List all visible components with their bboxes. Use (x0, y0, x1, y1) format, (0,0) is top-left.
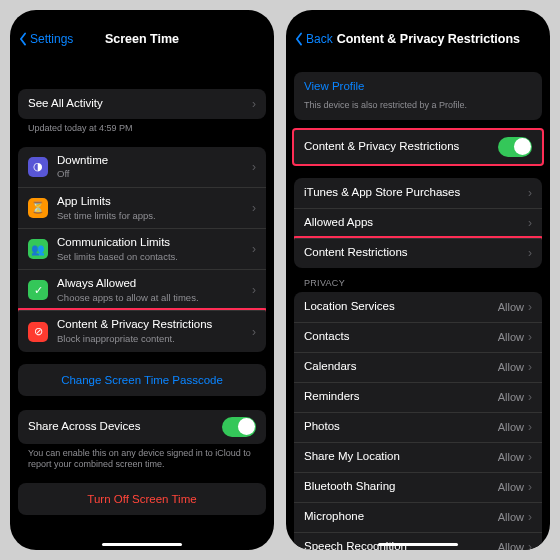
privacy-label: Bluetooth Sharing (304, 480, 498, 494)
always-label: Always Allowed (57, 277, 252, 291)
chevron-right-icon: › (252, 201, 256, 215)
privacy-label: Reminders (304, 390, 498, 404)
privacy-value: Allow (498, 421, 524, 433)
chevron-right-icon: › (528, 540, 532, 550)
privacy-row[interactable]: Share My LocationAllow› (294, 442, 542, 472)
back-button[interactable]: Settings (18, 32, 73, 46)
privacy-value: Allow (498, 451, 524, 463)
communication-limits-row[interactable]: 👥 Communication Limits Set limits based … (18, 228, 266, 269)
share-label: Share Across Devices (28, 420, 222, 434)
app-limits-sub: Set time limits for apps. (57, 210, 252, 221)
chevron-right-icon: › (528, 450, 532, 464)
comm-label: Communication Limits (57, 236, 252, 250)
see-all-activity-row[interactable]: See All Activity › (18, 89, 266, 119)
share-toggle[interactable] (222, 417, 256, 437)
privacy-row[interactable]: PhotosAllow› (294, 412, 542, 442)
content-area: View Profile This device is also restric… (286, 54, 550, 550)
view-profile-row[interactable]: View Profile (294, 72, 542, 100)
share-group: Share Across Devices (18, 410, 266, 444)
nav-bar: Settings Screen Time (10, 24, 274, 54)
privacy-label: Share My Location (304, 450, 498, 464)
privacy-row[interactable]: Location ServicesAllow› (294, 292, 542, 322)
privacy-label: Location Services (304, 300, 498, 314)
content-area: See All Activity › Updated today at 4:59… (10, 54, 274, 550)
always-sub: Choose apps to allow at all times. (57, 292, 252, 303)
app-limits-label: App Limits (57, 195, 252, 209)
chevron-right-icon: › (252, 283, 256, 297)
see-all-label: See All Activity (28, 97, 252, 111)
itunes-row[interactable]: iTunes & App Store Purchases › (294, 178, 542, 208)
privacy-label: Contacts (304, 330, 498, 344)
hourglass-icon: ⏳ (28, 198, 48, 218)
chevron-right-icon: › (528, 360, 532, 374)
privacy-label: Calendars (304, 360, 498, 374)
profile-group: View Profile This device is also restric… (294, 72, 542, 120)
downtime-icon: ◑ (28, 157, 48, 177)
privacy-row[interactable]: CalendarsAllow› (294, 352, 542, 382)
content-restrictions-row[interactable]: Content Restrictions › (294, 238, 542, 268)
itunes-label: iTunes & App Store Purchases (304, 186, 528, 200)
activity-group: See All Activity › (18, 89, 266, 119)
share-across-devices-row[interactable]: Share Across Devices (18, 410, 266, 444)
home-indicator[interactable] (102, 543, 182, 547)
content-restrictions-label: Content Restrictions (304, 246, 528, 260)
privacy-row[interactable]: Speech RecognitionAllow› (294, 532, 542, 550)
nav-bar: Back Content & Privacy Restrictions (286, 24, 550, 54)
chevron-right-icon: › (528, 480, 532, 494)
chevron-right-icon: › (252, 97, 256, 111)
downtime-row[interactable]: ◑ Downtime Off › (18, 147, 266, 187)
privacy-value: Allow (498, 331, 524, 343)
chevron-right-icon: › (528, 390, 532, 404)
no-entry-icon: ⊘ (28, 322, 48, 342)
back-button[interactable]: Back (294, 32, 333, 46)
privacy-row[interactable]: Bluetooth SharingAllow› (294, 472, 542, 502)
chevron-right-icon: › (252, 242, 256, 256)
downtime-sub: Off (57, 168, 252, 179)
home-indicator[interactable] (378, 543, 458, 547)
content-privacy-row[interactable]: ⊘ Content & Privacy Restrictions Block i… (18, 310, 266, 351)
restrictions-group: iTunes & App Store Purchases › Allowed A… (294, 178, 542, 268)
privacy-value: Allow (498, 361, 524, 373)
turn-off-button[interactable]: Turn Off Screen Time (18, 483, 266, 515)
toggle-group: Content & Privacy Restrictions (294, 130, 542, 164)
privacy-header: PRIVACY (294, 268, 542, 292)
privacy-row[interactable]: ContactsAllow› (294, 322, 542, 352)
content-privacy-screen: Back Content & Privacy Restrictions View… (286, 10, 550, 550)
screen-time-screen: Settings Screen Time See All Activity › … (10, 10, 274, 550)
content-privacy-toggle[interactable] (498, 137, 532, 157)
content-privacy-toggle-row[interactable]: Content & Privacy Restrictions (294, 130, 542, 164)
app-limits-row[interactable]: ⏳ App Limits Set time limits for apps. › (18, 187, 266, 228)
chevron-right-icon: › (528, 510, 532, 524)
chevron-right-icon: › (252, 325, 256, 339)
chevron-right-icon: › (528, 330, 532, 344)
content-sub: Block inappropriate content. (57, 333, 252, 344)
privacy-row[interactable]: RemindersAllow› (294, 382, 542, 412)
profile-note: This device is also restricted by a Prof… (294, 100, 542, 120)
privacy-value: Allow (498, 391, 524, 403)
page-title: Content & Privacy Restrictions (337, 32, 520, 46)
content-label: Content & Privacy Restrictions (57, 318, 252, 332)
privacy-value: Allow (498, 541, 524, 550)
always-allowed-row[interactable]: ✓ Always Allowed Choose apps to allow at… (18, 269, 266, 310)
allowed-label: Allowed Apps (304, 216, 528, 230)
change-passcode-button[interactable]: Change Screen Time Passcode (18, 364, 266, 396)
page-title: Screen Time (105, 32, 179, 46)
limits-group: ◑ Downtime Off › ⏳ App Limits Set time l… (18, 147, 266, 352)
back-label: Settings (30, 32, 73, 46)
back-label: Back (306, 32, 333, 46)
people-icon: 👥 (28, 239, 48, 259)
privacy-value: Allow (498, 511, 524, 523)
chevron-right-icon: › (528, 186, 532, 200)
chevron-right-icon: › (252, 160, 256, 174)
privacy-value: Allow (498, 301, 524, 313)
chevron-right-icon: › (528, 216, 532, 230)
comm-sub: Set limits based on contacts. (57, 251, 252, 262)
check-icon: ✓ (28, 280, 48, 300)
downtime-label: Downtime (57, 154, 252, 168)
privacy-value: Allow (498, 481, 524, 493)
privacy-row[interactable]: MicrophoneAllow› (294, 502, 542, 532)
allowed-apps-row[interactable]: Allowed Apps › (294, 208, 542, 238)
chevron-right-icon: › (528, 300, 532, 314)
privacy-label: Photos (304, 420, 498, 434)
chevron-right-icon: › (528, 246, 532, 260)
